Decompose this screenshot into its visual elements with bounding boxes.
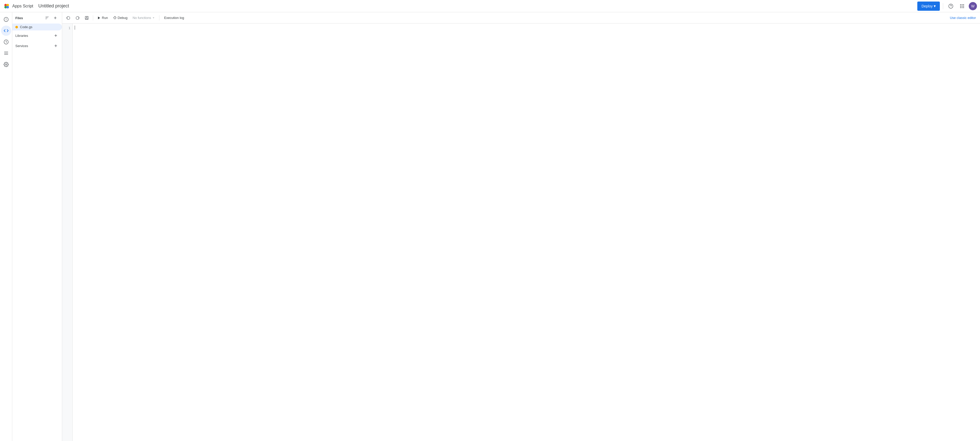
line-numbers: 1 xyxy=(62,24,72,441)
debug-button[interactable]: Debug xyxy=(111,15,129,21)
svg-rect-14 xyxy=(963,7,964,8)
run-label: Run xyxy=(102,16,108,20)
file-panel: Files Code.g xyxy=(12,12,62,441)
svg-rect-10 xyxy=(962,6,963,6)
list-icon xyxy=(3,51,9,56)
run-button[interactable]: Run xyxy=(95,15,110,21)
services-label: Services xyxy=(15,44,52,48)
save-button[interactable] xyxy=(83,15,91,21)
add-icon xyxy=(53,16,57,20)
add-file-button[interactable] xyxy=(52,14,59,22)
debug-icon xyxy=(113,16,117,20)
clock-icon xyxy=(3,40,9,44)
libraries-section[interactable]: Libraries xyxy=(12,30,62,41)
redo-icon xyxy=(75,16,80,20)
line-number-1: 1 xyxy=(65,25,70,31)
editor-toolbar: Run Debug No functions Execution log xyxy=(62,12,980,24)
no-functions-button[interactable]: No functions xyxy=(130,15,157,21)
info-icon xyxy=(3,17,9,22)
use-classic-label: Use classic editor xyxy=(950,16,976,20)
svg-marker-34 xyxy=(98,16,100,19)
files-label: Files xyxy=(15,16,43,20)
plus-icon xyxy=(54,33,58,38)
dropdown-icon xyxy=(152,16,155,19)
svg-rect-33 xyxy=(86,18,88,19)
file-name: Code.gs xyxy=(20,25,32,29)
svg-point-22 xyxy=(5,64,6,65)
help-button[interactable] xyxy=(946,2,955,11)
topbar: Apps Script Untitled project Deploy ▾ W xyxy=(0,0,980,12)
topbar-divider xyxy=(943,3,943,9)
svg-rect-32 xyxy=(85,16,88,19)
save-icon xyxy=(85,16,89,20)
run-icon xyxy=(97,16,101,20)
executions-rail-button[interactable] xyxy=(1,48,11,58)
svg-rect-9 xyxy=(960,6,961,6)
app-name: Apps Script xyxy=(12,4,33,8)
icon-rail xyxy=(0,12,12,441)
help-icon xyxy=(948,3,953,9)
info-rail-button[interactable] xyxy=(1,14,11,25)
svg-rect-13 xyxy=(962,7,963,8)
services-section[interactable]: Services xyxy=(12,41,62,51)
redo-button[interactable] xyxy=(73,15,82,21)
apps-button[interactable] xyxy=(958,2,967,11)
svg-point-3 xyxy=(6,6,9,8)
main-layout: Files Code.g xyxy=(0,12,980,441)
undo-icon xyxy=(66,16,70,20)
files-header: Files xyxy=(12,12,62,24)
debug-label: Debug xyxy=(118,16,127,20)
project-name: Untitled project xyxy=(38,3,69,9)
add-library-button[interactable] xyxy=(53,32,59,39)
toolbar-sep-2 xyxy=(159,15,159,21)
editor-rail-button[interactable] xyxy=(1,25,11,36)
deploy-label: Deploy xyxy=(921,4,933,8)
svg-rect-6 xyxy=(960,4,961,5)
svg-rect-12 xyxy=(960,7,961,8)
svg-rect-8 xyxy=(963,4,964,5)
sort-icon xyxy=(45,16,49,20)
user-avatar[interactable]: W xyxy=(969,2,977,10)
app-logo: Apps Script xyxy=(3,3,33,10)
toolbar-sep-1 xyxy=(93,15,93,21)
plus-icon xyxy=(54,44,58,48)
use-classic-editor-button[interactable]: Use classic editor xyxy=(948,15,978,21)
triggers-rail-button[interactable] xyxy=(1,37,11,47)
svg-rect-7 xyxy=(962,4,963,5)
no-functions-label: No functions xyxy=(132,16,151,20)
google-logo-icon xyxy=(3,3,10,10)
svg-rect-11 xyxy=(963,6,964,6)
deploy-chevron-icon: ▾ xyxy=(934,3,936,8)
apps-grid-icon xyxy=(959,3,965,9)
cursor xyxy=(75,25,75,30)
code-editor[interactable]: 1 xyxy=(62,24,980,441)
files-header-icons xyxy=(43,14,59,22)
deploy-button[interactable]: Deploy ▾ xyxy=(917,2,940,11)
code-content[interactable] xyxy=(72,24,980,441)
file-dot-icon xyxy=(15,26,18,29)
execution-log-button[interactable]: Execution log xyxy=(161,15,186,21)
gear-icon xyxy=(3,62,9,67)
execution-log-label: Execution log xyxy=(164,16,184,20)
file-item-code-gs[interactable]: Code.gs xyxy=(12,24,62,30)
settings-rail-button[interactable] xyxy=(1,59,11,70)
undo-button[interactable] xyxy=(64,15,72,21)
editor-area: Run Debug No functions Execution log xyxy=(62,12,980,441)
add-service-button[interactable] xyxy=(53,43,59,49)
code-icon xyxy=(3,28,9,33)
sort-files-button[interactable] xyxy=(43,14,51,22)
libraries-label: Libraries xyxy=(15,34,52,38)
